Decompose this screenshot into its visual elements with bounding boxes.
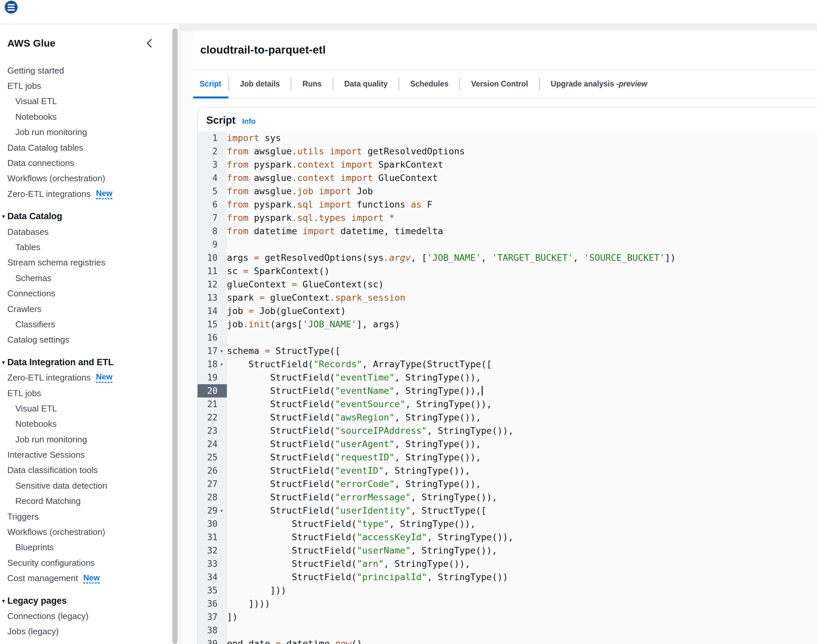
tab-job-details[interactable]: Job details [228, 70, 291, 98]
tab-data-quality[interactable]: Data quality [333, 70, 399, 98]
sidebar-item-zero-etl-integrations[interactable]: Zero-ETL integrationsNew [0, 370, 170, 385]
sidebar-item-workflows-orchestration[interactable]: Workflows (orchestration) [0, 171, 170, 186]
code-line-text[interactable]: from pyspark.sql.types import * [227, 211, 817, 225]
code-line-text[interactable] [227, 238, 817, 251]
section-expanded-triangle-icon[interactable]: ▼ [1, 598, 7, 604]
sidebar-item-notebooks[interactable]: Notebooks [0, 109, 170, 124]
collapse-sidebar-chevron-icon[interactable] [146, 38, 154, 48]
code-token: StructField( [227, 505, 335, 515]
line-number-gutter: 15 [198, 318, 227, 331]
code-line-text[interactable]: StructField("eventName", StringType()), [227, 384, 817, 397]
tab-schedules[interactable]: Schedules [399, 70, 460, 98]
sidebar-section-legacy-pages[interactable]: ▼Legacy pages [0, 593, 170, 609]
code-line-text[interactable]: glueContext = GlueContext(sc) [227, 278, 817, 291]
code-line-text[interactable]: StructField("accessKeyId", StringType())… [227, 531, 817, 544]
sidebar-item-visual-etl[interactable]: Visual ETL [0, 401, 170, 416]
code-line-text[interactable]: ]) [227, 610, 817, 624]
sidebar-item-data-connections[interactable]: Data connections [0, 155, 170, 171]
code-line-text[interactable]: from pyspark.context import SparkContext [227, 158, 817, 171]
tab-version-control[interactable]: Version Control [460, 70, 539, 98]
code-line-text[interactable]: StructField("userName", StringType()), [227, 544, 817, 557]
code-line-text[interactable]: from awsglue.context import GlueContext [227, 171, 817, 185]
code-line-text[interactable]: StructField("requestID", StringType()), [227, 451, 817, 464]
sidebar-item-classifiers[interactable]: Classifiers [0, 317, 170, 332]
sidebar-item-schemas[interactable]: Schemas [0, 270, 170, 286]
code-line-text[interactable]: StructField("userIdentity", StructType([ [227, 504, 817, 517]
code-line-text[interactable]: from pyspark.sql import functions as F [227, 198, 817, 211]
code-line-text[interactable]: StructField("type", StringType()), [227, 517, 817, 531]
code-line-text[interactable]: ]))) [227, 597, 817, 610]
code-line-text[interactable]: schema = StructType([ [227, 344, 817, 357]
fold-collapse-icon[interactable]: ▾ [218, 348, 225, 354]
code-line-text[interactable]: StructField("principalId", StringType()) [227, 570, 817, 584]
code-line-text[interactable]: StructField("eventSource", StringType())… [227, 397, 817, 411]
sidebar-item-catalog-settings[interactable]: Catalog settings [0, 332, 170, 348]
sidebar-item-blueprints[interactable]: Blueprints [0, 540, 170, 555]
code-line-text[interactable]: ])) [227, 584, 817, 597]
sidebar-item-notebooks[interactable]: Notebooks [0, 417, 170, 432]
sidebar-scrollbar-thumb[interactable] [172, 28, 178, 644]
code-line-text[interactable]: StructField("errorCode", StringType()), [227, 477, 817, 491]
code-line-text[interactable]: StructField("userAgent", StringType()), [227, 437, 817, 451]
code-line-text[interactable]: import sys [227, 131, 817, 145]
sidebar-item-zero-etl-integrations[interactable]: Zero-ETL integrationsNew [0, 186, 170, 202]
new-badge[interactable]: New [83, 573, 100, 583]
sidebar-item-jobs-legacy[interactable]: Jobs (legacy) [0, 624, 170, 639]
sidebar-item-connections[interactable]: Connections [0, 286, 170, 301]
sidebar-item-databases[interactable]: Databases [0, 224, 170, 239]
code-line-text[interactable] [227, 624, 817, 637]
hamburger-menu-icon[interactable] [5, 1, 18, 14]
code-line-text[interactable]: job.init(args['JOB_NAME'], args) [227, 318, 817, 331]
sidebar-item-job-run-monitoring[interactable]: Job run monitoring [0, 432, 170, 447]
code-line-text[interactable]: from awsglue.job import Job [227, 185, 817, 198]
sidebar-item-record-matching[interactable]: Record Matching [0, 494, 170, 509]
sidebar-item-triggers[interactable]: Triggers [0, 509, 170, 524]
sidebar-item-stream-schema-registries[interactable]: Stream schema registries [0, 255, 170, 270]
sidebar-item-crawlers[interactable]: Crawlers [0, 301, 170, 317]
tab-runs[interactable]: Runs [291, 70, 333, 98]
code-line-text[interactable]: StructField("sourceIPAddress", StringTyp… [227, 424, 817, 437]
sidebar-item-getting-started[interactable]: Getting started [0, 63, 170, 78]
fold-collapse-icon[interactable]: ▾ [218, 507, 225, 514]
sidebar-item-connections-legacy[interactable]: Connections (legacy) [0, 609, 170, 624]
sidebar-item-etl-jobs[interactable]: ETL jobs [0, 386, 170, 401]
section-expanded-triangle-icon[interactable]: ▼ [1, 213, 7, 219]
fold-collapse-icon[interactable]: ▾ [218, 361, 225, 368]
code-line-text[interactable]: args = getResolvedOptions(sys.argv, ['JO… [227, 251, 817, 264]
sidebar-item-visual-etl[interactable]: Visual ETL [0, 94, 170, 109]
sidebar-item-data-catalog-tables[interactable]: Data Catalog tables [0, 140, 170, 155]
tab-upgrade-analysis-preview[interactable]: Upgrade analysis - preview [540, 70, 659, 98]
sidebar-item-security-configurations[interactable]: Security configurations [0, 555, 170, 570]
code-line-text[interactable]: from datetime import datetime, timedelta [227, 225, 817, 238]
sidebar-item-etl-jobs[interactable]: ETL jobs [0, 78, 170, 94]
code-line-text[interactable]: job = Job(glueContext) [227, 304, 817, 318]
sidebar-section-data-integration-and-etl[interactable]: ▼Data Integration and ETL [0, 354, 170, 370]
sidebar-section-data-catalog[interactable]: ▼Data Catalog [0, 209, 170, 224]
code-editor[interactable]: 1import sys2from awsglue.utils import ge… [198, 131, 817, 644]
sidebar-item-workflows-orchestration[interactable]: Workflows (orchestration) [0, 524, 170, 540]
code-line-text[interactable]: end_date = datetime.now() [227, 637, 817, 644]
code-line-text[interactable]: StructField("errorMessage", StringType()… [227, 491, 817, 504]
new-badge[interactable]: New [96, 189, 112, 199]
code-line-text[interactable]: StructField("awsRegion", StringType()), [227, 411, 817, 424]
sidebar-item-label: Jobs (legacy) [7, 626, 59, 637]
sidebar-item-interactive-sessions[interactable]: Interactive Sessions [0, 447, 170, 462]
sidebar-item-data-classification-tools[interactable]: Data classification tools [0, 463, 170, 478]
new-badge[interactable]: New [96, 373, 112, 383]
line-number: 11 [207, 266, 218, 276]
code-line-text[interactable] [227, 331, 817, 344]
sidebar-item-cost-management[interactable]: Cost managementNew [0, 571, 170, 586]
code-line-text[interactable]: StructField("eventTime", StringType()), [227, 371, 817, 384]
code-line-text[interactable]: sc = SparkContext() [227, 264, 817, 278]
tab-script[interactable]: Script [193, 70, 228, 98]
sidebar-item-job-run-monitoring[interactable]: Job run monitoring [0, 125, 170, 140]
code-line-text[interactable]: spark = glueContext.spark_session [227, 291, 817, 304]
info-link[interactable]: Info [242, 117, 256, 126]
code-line-text[interactable]: from awsglue.utils import getResolvedOpt… [227, 145, 817, 158]
sidebar-item-tables[interactable]: Tables [0, 239, 170, 255]
code-line-text[interactable]: StructField("arn", StringType()), [227, 557, 817, 570]
section-expanded-triangle-icon[interactable]: ▼ [1, 360, 7, 365]
code-line-text[interactable]: StructField("eventID", StringType()), [227, 464, 817, 477]
sidebar-item-sensitive-data-detection[interactable]: Sensitive data detection [0, 478, 170, 493]
code-line-text[interactable]: StructField("Records", ArrayType(StructT… [227, 357, 817, 371]
